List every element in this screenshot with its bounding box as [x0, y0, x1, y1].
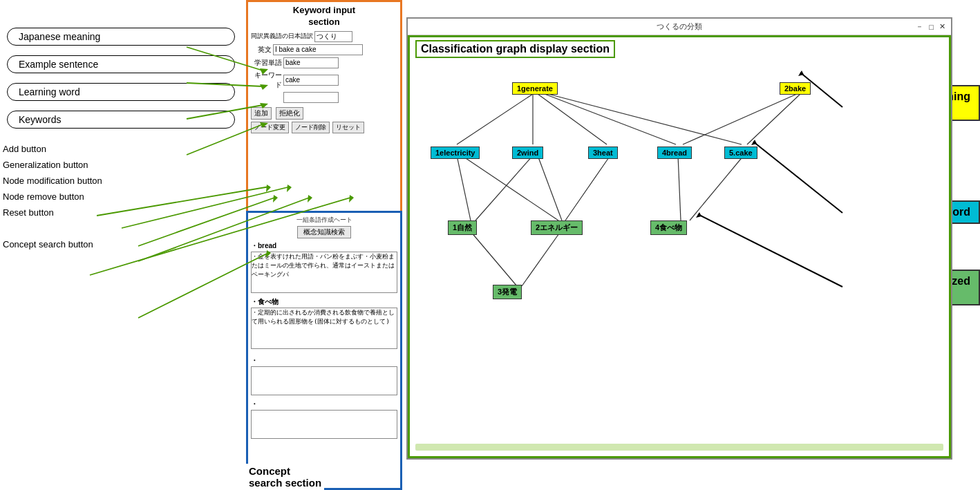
svg-line-9	[475, 156, 533, 220]
graph-section-label: Classification graph display section	[415, 40, 615, 58]
node-modify-button[interactable]: ノード変更	[251, 122, 289, 133]
window-title: つくるの分類	[657, 21, 702, 32]
svg-line-12	[678, 156, 681, 220]
svg-line-4	[548, 94, 742, 144]
japanese-label: 同訳異義語の日本語訳	[251, 32, 313, 41]
svg-line-11	[565, 156, 610, 220]
node-bake: 2bake	[780, 82, 811, 95]
minimize-button[interactable]: －	[916, 21, 923, 32]
graph-edges	[410, 37, 949, 456]
concept-text-empty2[interactable]	[251, 410, 397, 439]
keyword-input2[interactable]	[283, 92, 339, 103]
keyword-section: Keyword inputsection 同訳異義語の日本語訳 英文 学習単語 …	[246, 0, 402, 214]
buttons-row1: 追加 拒絶化	[251, 107, 397, 120]
svg-line-15	[522, 232, 560, 286]
keyword-section-label: Keyword inputsection	[251, 5, 397, 28]
concept-text-empty1[interactable]	[251, 366, 397, 395]
concept-header: 一組条語作成ヘート	[251, 216, 397, 225]
concept-text-food[interactable]: ・定期的に出されるか消費される飲食物で養殖として用いられる固形物を(固体に対する…	[251, 308, 397, 349]
japanese-input[interactable]	[314, 31, 352, 42]
node-energy: 2エネルギー	[531, 220, 583, 235]
concept-section-bottom-label: Conceptsearch section	[246, 464, 324, 490]
svg-line-0	[457, 94, 533, 144]
spacer	[3, 223, 235, 234]
keyword-row2	[251, 92, 397, 103]
node-generate: 1generate	[512, 82, 558, 95]
node-cake: 5.cake	[724, 147, 757, 159]
svg-line-2	[538, 94, 607, 144]
english-row: 英文	[251, 44, 397, 55]
scrollbar[interactable]	[415, 444, 943, 451]
graph-section: Classification graph display section	[408, 35, 951, 458]
generalize-button-label: Generalization button	[3, 160, 235, 170]
annotation-learning-word: Learning word	[7, 83, 235, 101]
add-button-label: Add button	[3, 144, 235, 154]
window-titlebar: つくるの分類 － □ ✕	[408, 19, 951, 35]
concept-search-label: Concept search button	[3, 239, 235, 249]
concept-word-bread: ・bread	[251, 241, 397, 251]
node-food: 4食べ物	[650, 220, 687, 235]
svg-line-14	[471, 232, 517, 286]
main-window: つくるの分類 － □ ✕ Classification graph displa…	[406, 17, 952, 460]
node-bread: 4bread	[657, 147, 692, 159]
learning-input[interactable]	[283, 57, 339, 68]
svg-line-10	[538, 156, 562, 220]
japanese-row: 同訳異義語の日本語訳	[251, 31, 397, 42]
svg-line-5	[683, 94, 797, 144]
svg-line-6	[747, 94, 800, 144]
concept-search-button[interactable]: 概念知識検索	[297, 226, 351, 238]
node-electricity: 1electricity	[431, 147, 480, 159]
svg-line-13	[690, 156, 744, 220]
keyword-label-field: キーワード	[251, 70, 282, 90]
left-annotations: Japanese meaning Example sentence Learni…	[0, 28, 235, 252]
reset-button[interactable]: リセット	[332, 122, 364, 133]
node-modify-label: Node modification button	[3, 176, 235, 186]
keyword-input1[interactable]	[283, 75, 339, 86]
buttons-row2: ノード変更 ノード削除 リセット	[251, 122, 397, 133]
maximize-button[interactable]: □	[929, 23, 934, 31]
concept-dot1: ・	[251, 356, 397, 366]
generalize-button[interactable]: 拒絶化	[276, 107, 303, 120]
node-nature: 1自然	[448, 220, 477, 235]
annotation-example-sentence: Example sentence	[7, 55, 235, 73]
node-remove-button[interactable]: ノード削除	[292, 122, 330, 133]
node-generate2: 3発電	[493, 285, 522, 299]
add-button[interactable]: 追加	[251, 107, 272, 120]
node-wind: 2wind	[512, 147, 543, 159]
reset-button-label: Reset button	[3, 207, 235, 218]
svg-line-3	[545, 94, 676, 144]
svg-line-8	[462, 156, 558, 220]
concept-text-bread[interactable]: ・金を表すけれた用語・パン粉をまぶす・小麦粉またはミールの生地で作られ、通常はイ…	[251, 252, 397, 293]
node-remove-label: Node remove button	[3, 191, 235, 202]
node-heat: 3heat	[588, 147, 618, 159]
concept-dot2: ・	[251, 399, 397, 409]
concept-word-food: ・食べ物	[251, 297, 397, 307]
english-label: 英文	[251, 45, 272, 55]
annotation-keywords: Keywords	[7, 111, 235, 129]
close-button[interactable]: ✕	[939, 22, 945, 31]
learning-label: 学習単語	[251, 58, 282, 68]
concept-section: 一組条語作成ヘート 概念知識検索 ・bread ・金を表すけれた用語・パン粉をま…	[246, 211, 402, 490]
keyword-row1: キーワード	[251, 70, 397, 90]
english-input[interactable]	[273, 44, 363, 55]
svg-line-7	[457, 156, 471, 220]
annotation-japanese-meaning: Japanese meaning	[7, 28, 235, 46]
learning-row: 学習単語	[251, 57, 397, 68]
